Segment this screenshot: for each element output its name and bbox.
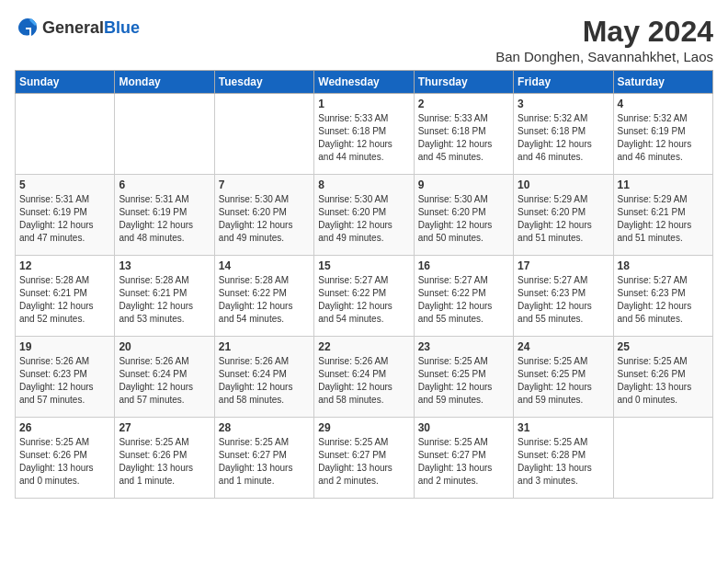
day-info: Sunrise: 5:31 AMSunset: 6:19 PMDaylight:…	[19, 193, 110, 245]
day-number: 9	[418, 178, 509, 191]
day-info: Sunrise: 5:33 AMSunset: 6:18 PMDaylight:…	[418, 112, 509, 164]
logo: GeneralBlue	[15, 15, 140, 40]
day-number: 10	[518, 178, 609, 191]
day-number: 23	[418, 340, 509, 353]
calendar-cell: 26Sunrise: 5:25 AMSunset: 6:26 PMDayligh…	[16, 418, 115, 499]
calendar-cell: 28Sunrise: 5:25 AMSunset: 6:27 PMDayligh…	[214, 418, 313, 499]
day-number: 8	[318, 178, 409, 191]
calendar-cell	[115, 94, 214, 175]
day-info: Sunrise: 5:25 AMSunset: 6:26 PMDaylight:…	[19, 436, 110, 488]
day-header-monday: Monday	[115, 71, 214, 94]
day-number: 11	[618, 178, 709, 191]
day-number: 5	[19, 178, 110, 191]
calendar-cell: 24Sunrise: 5:25 AMSunset: 6:25 PMDayligh…	[514, 337, 613, 418]
calendar-cell: 7Sunrise: 5:30 AMSunset: 6:20 PMDaylight…	[214, 175, 313, 256]
day-info: Sunrise: 5:29 AMSunset: 6:21 PMDaylight:…	[618, 193, 709, 245]
day-info: Sunrise: 5:27 AMSunset: 6:22 PMDaylight:…	[418, 274, 509, 326]
day-info: Sunrise: 5:30 AMSunset: 6:20 PMDaylight:…	[318, 193, 409, 245]
day-number: 7	[219, 178, 310, 191]
day-number: 20	[119, 340, 210, 353]
title-area: May 2024 Ban Donghen, Savannahkhet, Laos	[495, 15, 713, 64]
day-number: 6	[119, 178, 210, 191]
day-number: 15	[318, 259, 409, 272]
day-number: 3	[518, 98, 609, 110]
calendar-cell: 5Sunrise: 5:31 AMSunset: 6:19 PMDaylight…	[16, 175, 115, 256]
calendar-cell: 15Sunrise: 5:27 AMSunset: 6:22 PMDayligh…	[314, 256, 414, 337]
calendar-cell: 25Sunrise: 5:25 AMSunset: 6:26 PMDayligh…	[613, 337, 712, 418]
day-number: 24	[518, 340, 609, 353]
calendar-cell: 13Sunrise: 5:28 AMSunset: 6:21 PMDayligh…	[115, 256, 214, 337]
calendar-cell: 14Sunrise: 5:28 AMSunset: 6:22 PMDayligh…	[214, 256, 313, 337]
day-header-saturday: Saturday	[613, 71, 712, 94]
calendar-cell: 23Sunrise: 5:25 AMSunset: 6:25 PMDayligh…	[414, 337, 513, 418]
month-title: May 2024	[495, 15, 713, 49]
calendar-cell: 9Sunrise: 5:30 AMSunset: 6:20 PMDaylight…	[414, 175, 513, 256]
day-info: Sunrise: 5:28 AMSunset: 6:21 PMDaylight:…	[119, 274, 210, 326]
day-info: Sunrise: 5:29 AMSunset: 6:20 PMDaylight:…	[518, 193, 609, 245]
calendar-table: SundayMondayTuesdayWednesdayThursdayFrid…	[15, 70, 713, 499]
day-info: Sunrise: 5:26 AMSunset: 6:24 PMDaylight:…	[318, 355, 409, 407]
calendar-cell: 27Sunrise: 5:25 AMSunset: 6:26 PMDayligh…	[115, 418, 214, 499]
day-number: 12	[19, 259, 110, 272]
calendar-cell: 16Sunrise: 5:27 AMSunset: 6:22 PMDayligh…	[414, 256, 513, 337]
day-info: Sunrise: 5:25 AMSunset: 6:27 PMDaylight:…	[219, 436, 310, 488]
day-info: Sunrise: 5:33 AMSunset: 6:18 PMDaylight:…	[318, 112, 409, 164]
day-number: 27	[119, 421, 210, 434]
day-info: Sunrise: 5:26 AMSunset: 6:24 PMDaylight:…	[219, 355, 310, 407]
day-info: Sunrise: 5:25 AMSunset: 6:25 PMDaylight:…	[518, 355, 609, 407]
week-row-3: 12Sunrise: 5:28 AMSunset: 6:21 PMDayligh…	[16, 256, 713, 337]
day-info: Sunrise: 5:25 AMSunset: 6:25 PMDaylight:…	[418, 355, 509, 407]
day-number: 14	[219, 259, 310, 272]
day-info: Sunrise: 5:30 AMSunset: 6:20 PMDaylight:…	[418, 193, 509, 245]
day-number: 4	[618, 98, 709, 110]
week-row-2: 5Sunrise: 5:31 AMSunset: 6:19 PMDaylight…	[16, 175, 713, 256]
day-header-sunday: Sunday	[16, 71, 115, 94]
day-number: 2	[418, 98, 509, 110]
day-header-wednesday: Wednesday	[314, 71, 414, 94]
day-info: Sunrise: 5:28 AMSunset: 6:22 PMDaylight:…	[219, 274, 310, 326]
location-title: Ban Donghen, Savannahkhet, Laos	[495, 49, 713, 64]
week-row-4: 19Sunrise: 5:26 AMSunset: 6:23 PMDayligh…	[16, 337, 713, 418]
day-number: 26	[19, 421, 110, 434]
day-info: Sunrise: 5:27 AMSunset: 6:23 PMDaylight:…	[618, 274, 709, 326]
calendar-cell: 8Sunrise: 5:30 AMSunset: 6:20 PMDaylight…	[314, 175, 414, 256]
day-number: 25	[618, 340, 709, 353]
week-row-1: 1Sunrise: 5:33 AMSunset: 6:18 PMDaylight…	[16, 94, 713, 175]
day-info: Sunrise: 5:26 AMSunset: 6:23 PMDaylight:…	[19, 355, 110, 407]
day-info: Sunrise: 5:25 AMSunset: 6:28 PMDaylight:…	[518, 436, 609, 488]
calendar-cell	[16, 94, 115, 175]
calendar-cell: 21Sunrise: 5:26 AMSunset: 6:24 PMDayligh…	[214, 337, 313, 418]
day-number: 1	[318, 98, 409, 110]
day-info: Sunrise: 5:30 AMSunset: 6:20 PMDaylight:…	[219, 193, 310, 245]
logo-blue-text: Blue	[104, 18, 140, 37]
day-number: 28	[219, 421, 310, 434]
calendar-cell: 4Sunrise: 5:32 AMSunset: 6:19 PMDaylight…	[613, 94, 712, 175]
day-header-friday: Friday	[514, 71, 613, 94]
calendar-cell: 20Sunrise: 5:26 AMSunset: 6:24 PMDayligh…	[115, 337, 214, 418]
day-info: Sunrise: 5:25 AMSunset: 6:27 PMDaylight:…	[418, 436, 509, 488]
day-info: Sunrise: 5:31 AMSunset: 6:19 PMDaylight:…	[119, 193, 210, 245]
calendar-cell: 31Sunrise: 5:25 AMSunset: 6:28 PMDayligh…	[514, 418, 613, 499]
day-number: 21	[219, 340, 310, 353]
day-info: Sunrise: 5:25 AMSunset: 6:26 PMDaylight:…	[119, 436, 210, 488]
week-row-5: 26Sunrise: 5:25 AMSunset: 6:26 PMDayligh…	[16, 418, 713, 499]
day-number: 22	[318, 340, 409, 353]
day-number: 31	[518, 421, 609, 434]
day-number: 17	[518, 259, 609, 272]
calendar-cell	[214, 94, 313, 175]
day-number: 19	[19, 340, 110, 353]
day-header-tuesday: Tuesday	[214, 71, 313, 94]
day-info: Sunrise: 5:26 AMSunset: 6:24 PMDaylight:…	[119, 355, 210, 407]
logo-icon	[15, 15, 40, 40]
calendar-cell: 29Sunrise: 5:25 AMSunset: 6:27 PMDayligh…	[314, 418, 414, 499]
calendar-cell: 30Sunrise: 5:25 AMSunset: 6:27 PMDayligh…	[414, 418, 513, 499]
day-number: 18	[618, 259, 709, 272]
day-info: Sunrise: 5:25 AMSunset: 6:26 PMDaylight:…	[618, 355, 709, 407]
calendar-cell: 10Sunrise: 5:29 AMSunset: 6:20 PMDayligh…	[514, 175, 613, 256]
calendar-cell: 1Sunrise: 5:33 AMSunset: 6:18 PMDaylight…	[314, 94, 414, 175]
day-info: Sunrise: 5:27 AMSunset: 6:22 PMDaylight:…	[318, 274, 409, 326]
day-info: Sunrise: 5:32 AMSunset: 6:18 PMDaylight:…	[518, 112, 609, 164]
calendar-cell: 3Sunrise: 5:32 AMSunset: 6:18 PMDaylight…	[514, 94, 613, 175]
day-info: Sunrise: 5:28 AMSunset: 6:21 PMDaylight:…	[19, 274, 110, 326]
calendar-cell: 2Sunrise: 5:33 AMSunset: 6:18 PMDaylight…	[414, 94, 513, 175]
